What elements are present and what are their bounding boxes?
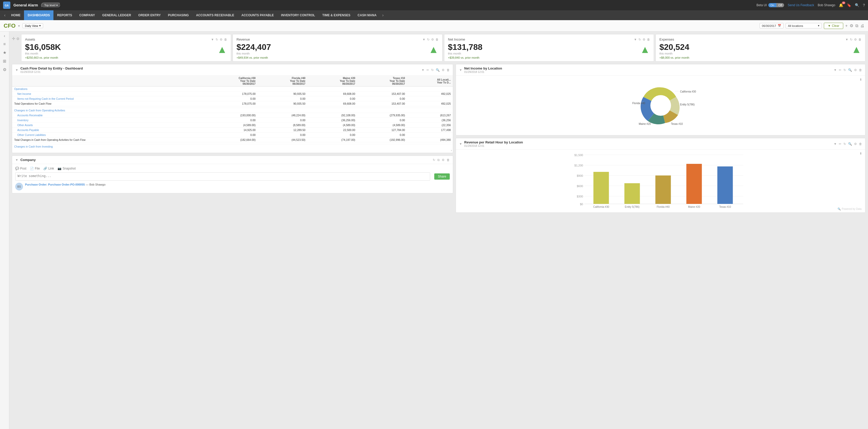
kpi-gear-icon-2[interactable]: ⚙ [431, 38, 434, 41]
bookmark-icon[interactable]: 🔖 [847, 3, 851, 7]
sidebar-star-icon[interactable]: ★ [3, 50, 6, 55]
view-selector[interactable]: Daily View ▾ [23, 23, 43, 28]
cf-search-icon[interactable]: 🔍 [436, 68, 440, 72]
kpi-refresh-icon-4[interactable]: ↻ [850, 38, 852, 41]
kpi-filter-icon-3[interactable]: ▼ [634, 38, 637, 41]
company-gear-icon[interactable]: ⚙ [442, 158, 444, 162]
scroll-indicator[interactable]: › [12, 148, 453, 153]
rev-refresh-icon[interactable]: ↻ [843, 142, 846, 146]
sidebar-monitor-icon[interactable]: ⊞ [3, 59, 6, 64]
nav-more-arrow[interactable]: › [380, 13, 385, 18]
location-selector[interactable]: All locations ▾ [786, 23, 822, 28]
ni-collapse-icon[interactable]: ▼ [459, 68, 462, 72]
rev-search-icon[interactable]: 🔍 [848, 142, 852, 146]
ni-edit-icon[interactable]: ✏ [839, 68, 841, 72]
kpi-filter-icon-2[interactable]: ▼ [423, 38, 426, 41]
calendar-icon[interactable]: 📅 [778, 24, 781, 27]
add-widget-icon[interactable]: + [845, 24, 847, 28]
cf-otherassets-link[interactable]: Other Assets [17, 123, 33, 126]
kpi-trash-icon-4[interactable]: 🗑 [859, 38, 862, 41]
cf-ocl-link[interactable]: Other Current Liabilities [17, 133, 46, 137]
ni-trash-icon[interactable]: 🗑 [859, 68, 862, 72]
cash-flow-table-scroll[interactable]: California #30Year To Date06/30/2017 Flo… [12, 76, 453, 148]
nav-item-purchasing[interactable]: PURCHASING [164, 10, 193, 20]
toggle-on[interactable]: On [768, 3, 776, 7]
kpi-gear-icon[interactable]: ⚙ [220, 38, 222, 41]
ni-gear-icon[interactable]: ⚙ [854, 68, 857, 72]
settings-icon[interactable]: ⚙ [850, 23, 853, 28]
level-selector[interactable]: Top level ▾ [41, 3, 61, 8]
date-picker[interactable]: 06/30/2017 📅 [760, 23, 783, 28]
cf-trash-icon[interactable]: 🗑 [447, 68, 450, 72]
sidebar-collapse-icon[interactable]: ‹ [4, 34, 5, 38]
company-refresh-icon[interactable]: ↻ [433, 158, 435, 162]
cf-edit-icon[interactable]: ✏ [427, 68, 429, 72]
nav-item-gl[interactable]: GENERAL LEDGER [99, 10, 135, 20]
ni-refresh-icon[interactable]: ↻ [843, 68, 846, 72]
feedback-link[interactable]: Send Us Feedback [788, 3, 814, 7]
snapshot-action[interactable]: 📷 Snapshot [58, 167, 75, 170]
rev-download-icon[interactable]: ⬇ [860, 152, 862, 155]
post-action[interactable]: 💬 Post [15, 167, 26, 170]
cf-filter-icon[interactable]: ▼ [421, 68, 425, 72]
nav-item-dashboards[interactable]: DASHBOARDS [24, 10, 54, 20]
kpi-refresh-icon-3[interactable]: ↻ [639, 38, 641, 41]
nav-item-company[interactable]: COMPANY [75, 10, 98, 20]
beta-toggle-group[interactable]: On Off [768, 3, 784, 7]
print-icon[interactable]: 🖨 [860, 24, 864, 28]
cf-items-link[interactable]: Items not Requiring Cash in the Current … [17, 97, 73, 100]
company-collapse-icon[interactable]: ▼ [15, 158, 18, 162]
kpi-trash-icon[interactable]: 🗑 [224, 38, 227, 41]
cf-refresh-icon[interactable]: ↻ [431, 68, 434, 72]
nav-prev-arrow[interactable]: ‹ [2, 13, 7, 18]
ni-search-icon[interactable]: 🔍 [848, 68, 852, 72]
rev-filter-icon[interactable]: ▼ [834, 142, 837, 146]
nav-item-home[interactable]: HOME [7, 10, 24, 20]
kpi-refresh-icon[interactable]: ↻ [216, 38, 218, 41]
comment-link[interactable]: Purchase Order: Purchase Order-PO-000055 [25, 183, 85, 186]
copy-icon[interactable]: ⧉ [855, 24, 858, 28]
kpi-filter-icon[interactable]: ▼ [211, 38, 214, 41]
kpi-settings-icon[interactable]: ⚙ [16, 37, 20, 41]
nav-item-cash[interactable]: CASH MANA [354, 10, 380, 20]
kpi-gear-icon-4[interactable]: ⚙ [854, 38, 857, 41]
rev-collapse-icon[interactable]: ▼ [459, 142, 462, 146]
kpi-refresh-icon-2[interactable]: ↻ [427, 38, 430, 41]
nav-item-ap[interactable]: ACCOUNTS PAYABLE [238, 10, 278, 20]
kpi-gear-icon-3[interactable]: ⚙ [643, 38, 646, 41]
nav-item-time[interactable]: TIME & EXPENSES [319, 10, 354, 20]
clear-button[interactable]: ▼ Clear [824, 23, 843, 29]
company-external-icon[interactable]: ⧉ [437, 158, 440, 162]
share-button[interactable]: Share [434, 173, 450, 180]
cf-ar-link[interactable]: Accounts Receivable [17, 114, 42, 117]
comment-input[interactable] [15, 172, 430, 181]
nav-item-reports[interactable]: REPORTS [54, 10, 75, 20]
link-action[interactable]: 🔗 Link [43, 167, 54, 170]
ni-filter-icon[interactable]: ▼ [834, 68, 837, 72]
nav-item-ar[interactable]: ACCOUNTS RECEIVABLE [192, 10, 238, 20]
file-action[interactable]: 📄 File [30, 167, 40, 170]
title-dropdown-icon[interactable]: ▾ [18, 24, 20, 28]
cf-operations-link[interactable]: Operations [14, 87, 27, 90]
kpi-filter-icon-4[interactable]: ▼ [845, 38, 848, 41]
cash-flow-collapse-icon[interactable]: ▼ [15, 68, 18, 72]
kpi-trash-icon-2[interactable]: 🗑 [436, 38, 439, 41]
cf-netincome-link[interactable]: Net Income [17, 92, 31, 95]
sidebar-menu-icon[interactable]: ≡ [3, 42, 6, 47]
notifications-icon[interactable]: 🔔 [839, 3, 843, 7]
company-trash-icon[interactable]: 🗑 [447, 158, 450, 162]
kpi-move-icon[interactable]: ✛ [12, 36, 15, 41]
cf-investing-link[interactable]: Changes in Cash from Investing [14, 145, 53, 148]
help-icon[interactable]: ? [863, 3, 865, 7]
rev-trash-icon[interactable]: 🗑 [859, 142, 862, 146]
cf-ap-link[interactable]: Accounts Payable [17, 128, 39, 132]
cf-gear-icon[interactable]: ⚙ [442, 68, 444, 72]
toggle-off[interactable]: Off [776, 3, 784, 7]
kpi-trash-icon-3[interactable]: 🗑 [647, 38, 650, 41]
rev-edit-icon[interactable]: ✏ [839, 142, 841, 146]
rev-gear-icon[interactable]: ⚙ [854, 142, 857, 146]
search-icon[interactable]: 🔍 [855, 3, 859, 7]
cf-inventory-link[interactable]: Inventory [17, 119, 28, 122]
cf-changes-link[interactable]: Changes in Cash from Operating Activitie… [14, 109, 65, 112]
nav-item-inventory[interactable]: INVENTORY CONTROL [278, 10, 319, 20]
